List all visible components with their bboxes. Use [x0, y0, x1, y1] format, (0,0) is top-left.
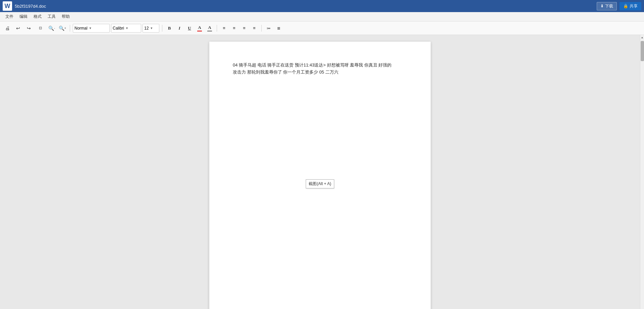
share-label: 共享	[630, 3, 638, 9]
download-button[interactable]: ⬇ 下载	[597, 2, 617, 10]
separator-2	[162, 25, 162, 32]
main-area: 04 骑手马超 电话 骑手正在送货 预计11:43送达> 好想被骂呀 羞辱我 你…	[0, 35, 644, 309]
highlight-color-button[interactable]: A	[205, 24, 214, 33]
separator-3	[217, 25, 217, 32]
title-actions: ⬇ 下载 🔒 共享	[597, 2, 641, 10]
align-center-button[interactable]: ≡	[230, 24, 238, 33]
doc-title: 5b2f3197d4.doc	[15, 4, 46, 9]
download-label: 下载	[605, 3, 613, 9]
size-dropdown-arrow: ▼	[150, 27, 153, 30]
print-button[interactable]: 🖨	[3, 24, 12, 33]
menu-item-file[interactable]: 文件	[3, 13, 16, 20]
content-line-1: 04 骑手马超 电话 骑手正在送货 预计11:43送达> 好想被骂呀 羞辱我 你…	[233, 62, 407, 69]
menu-bar: 文件 编辑 格式 工具 帮助	[0, 12, 644, 21]
fit-page-button[interactable]: ⊡	[35, 24, 46, 33]
font-dropdown[interactable]: Calibri ▼	[111, 24, 141, 33]
bold-button[interactable]: B	[165, 24, 174, 33]
align-right-button[interactable]: ≡	[240, 24, 249, 33]
redo-button[interactable]: ↪	[24, 24, 34, 33]
tooltip-label: 截图(Alt + A)	[309, 181, 331, 186]
zoom-out-button[interactable]: 🔍-	[47, 24, 56, 33]
separator-1	[70, 25, 70, 32]
lock-icon: 🔒	[623, 4, 628, 8]
w-logo: W	[3, 1, 12, 11]
underline-button[interactable]: U	[185, 24, 194, 33]
document-page: 04 骑手马超 电话 骑手正在送货 预计11:43送达> 好想被骂呀 羞辱我 你…	[209, 42, 431, 309]
toolbar: 🖨 ↩ ↪ ⊡ 🔍- 🔍+ Normal ▼ Calibri ▼ 12 ▼ B …	[0, 21, 644, 35]
highlight-color-bar	[207, 31, 212, 32]
font-color-button[interactable]: A	[195, 24, 204, 33]
font-size-dropdown[interactable]: 12 ▼	[143, 24, 159, 33]
undo-button[interactable]: ↩	[13, 24, 23, 33]
zoom-in-button[interactable]: 🔍+	[58, 24, 67, 33]
highlight-color-indicator: A	[207, 25, 212, 32]
scroll-up-arrow[interactable]: ▲	[640, 35, 644, 40]
align-left-button[interactable]: ≡	[220, 24, 228, 33]
style-dropdown[interactable]: Normal ▼	[73, 24, 110, 33]
title-left: W 5b2f3197d4.doc	[3, 1, 46, 11]
download-icon: ⬇	[600, 4, 604, 8]
doc-content: 04 骑手马超 电话 骑手正在送货 预计11:43送达> 好想被骂呀 羞辱我 你…	[233, 62, 407, 76]
share-button[interactable]: 🔒 共享	[620, 2, 641, 10]
font-color-indicator: A	[197, 25, 202, 32]
title-bar: W 5b2f3197d4.doc ⬇ 下载 🔒 共享	[0, 0, 644, 12]
font-label: Calibri	[113, 26, 124, 31]
screenshot-tooltip[interactable]: 截图(Alt + A)	[306, 179, 334, 188]
italic-button[interactable]: I	[175, 24, 184, 33]
style-label: Normal	[74, 26, 88, 31]
scrollbar[interactable]: ▲	[640, 35, 644, 309]
menu-item-help[interactable]: 帮助	[59, 13, 72, 20]
font-size-label: 12	[144, 26, 149, 31]
numbered-list-button[interactable]: ≔	[264, 24, 273, 33]
bulleted-list-button[interactable]: ≣	[274, 24, 283, 33]
content-line-2: 攻击力 那轮到我羞辱你了 你一个月工资多少 05 二万六	[233, 69, 407, 76]
font-dropdown-arrow: ▼	[125, 27, 128, 30]
font-color-bar	[197, 31, 202, 32]
menu-item-edit[interactable]: 编辑	[17, 13, 30, 20]
doc-area: 04 骑手马超 电话 骑手正在送货 预计11:43送达> 好想被骂呀 羞辱我 你…	[0, 35, 640, 309]
align-justify-button[interactable]: ≡	[250, 24, 259, 33]
scroll-thumb[interactable]	[641, 41, 644, 61]
style-dropdown-arrow: ▼	[89, 27, 92, 30]
separator-4	[261, 25, 262, 32]
menu-item-tools[interactable]: 工具	[45, 13, 58, 20]
menu-item-format[interactable]: 格式	[31, 13, 44, 20]
